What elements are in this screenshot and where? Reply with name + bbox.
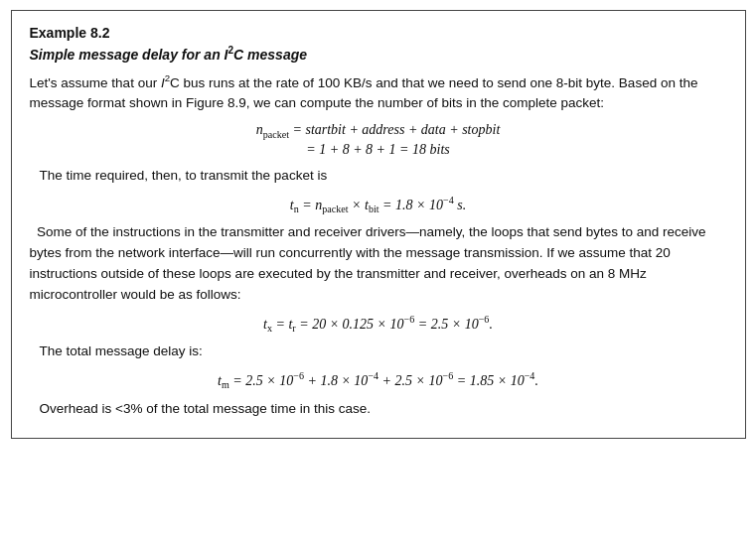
paragraph-4: The total message delay is: [30,341,727,362]
equation-3: tx = tr = 20 × 0.125 × 10−6 = 2.5 × 10−6… [30,314,727,334]
paragraph-1: Let's assume that our I2C bus runs at th… [30,70,727,114]
example-box: Example 8.2 Simple message delay for an … [11,10,746,439]
equation-4: tm = 2.5 × 10−6 + 1.8 × 10−4 + 2.5 × 10−… [30,370,727,390]
example-subtitle: Simple message delay for an I2C message [30,45,727,63]
equation-1: npacket = startbit + address + data + st… [30,122,727,158]
paragraph-3: Some of the instructions in the transmit… [30,222,727,306]
example-title: Example 8.2 [30,25,727,41]
equation-2: tn = npacket × tbit = 1.8 × 10−4 s. [30,195,727,214]
paragraph-5: Overhead is <3% of the total message tim… [30,399,727,420]
paragraph-2: The time required, then, to transmit the… [30,166,727,187]
